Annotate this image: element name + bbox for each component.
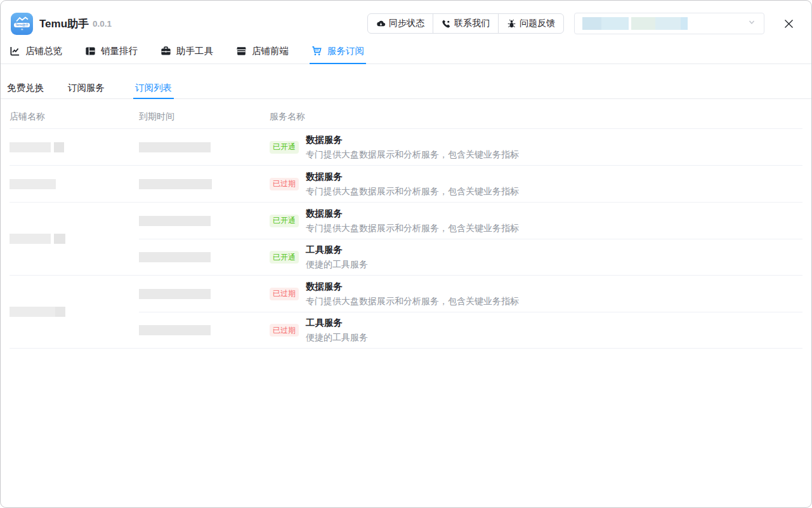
- close-icon: [783, 18, 794, 29]
- redacted-store-name: [54, 234, 65, 244]
- contact-us-button[interactable]: 联系我们: [433, 13, 499, 34]
- tab-label: 服务订阅: [327, 45, 364, 57]
- column-header-store-name: 店铺名称: [10, 111, 139, 123]
- status-badge: 已过期: [270, 324, 299, 337]
- service-row: 已开通 数据服务 专门提供大盘数据展示和分析服务，包含关键业务指标: [139, 203, 802, 239]
- redacted-expiry-time: [139, 216, 211, 226]
- store-selector-value-redacted-5: [681, 17, 688, 30]
- service-name: 工具服务: [306, 243, 368, 257]
- tab-label: 店铺总览: [25, 45, 62, 57]
- redacted-expiry-time: [139, 289, 211, 299]
- table-row-group: 已开通 数据服务 专门提供大盘数据展示和分析服务，包含关键业务指标 已开通 工具…: [10, 203, 802, 276]
- service-row: 已过期 数据服务 专门提供大盘数据展示和分析服务，包含关键业务指标: [139, 166, 802, 202]
- redacted-store-name: [10, 179, 56, 189]
- service-name: 数据服务: [306, 279, 519, 294]
- status-badge: 已过期: [270, 178, 299, 190]
- subtab-label: 订阅服务: [68, 82, 105, 94]
- expiry-time-cell: [139, 252, 270, 262]
- status-badge: 已开通: [270, 251, 299, 264]
- sync-status-button[interactable]: 同步状态: [367, 13, 433, 34]
- bug-feedback-icon: [507, 19, 516, 29]
- service-description: 专门提供大盘数据展示和分析服务，包含关键业务指标: [306, 221, 519, 236]
- table-row-group: 已过期 数据服务 专门提供大盘数据展示和分析服务，包含关键业务指标: [10, 166, 802, 203]
- service-name: 数据服务: [306, 170, 519, 184]
- service-row: 已开通 数据服务 专门提供大盘数据展示和分析服务，包含关键业务指标: [139, 129, 802, 165]
- tab-assistant-tools[interactable]: 助手工具: [160, 39, 213, 64]
- store-selector-value-redacted-2: [601, 17, 629, 30]
- store-name-cell: [10, 166, 139, 202]
- logo-star-icon: ✳: [20, 28, 23, 30]
- chevron-down-icon: [747, 18, 756, 29]
- expiry-time-cell: [139, 289, 270, 299]
- header-actions: 同步状态 联系我们 问题反馈: [367, 13, 564, 34]
- redacted-store-name: [10, 234, 51, 244]
- service-name: 数据服务: [306, 206, 519, 221]
- service-name: 数据服务: [306, 133, 519, 147]
- toolbox-icon: [160, 46, 171, 57]
- store-name-cell: [10, 276, 139, 348]
- status-badge: 已过期: [270, 288, 299, 300]
- logo-chart-icon: [16, 17, 29, 22]
- tab-label: 店铺前端: [252, 45, 289, 57]
- service-description: 专门提供大盘数据展示和分析服务，包含关键业务指标: [306, 294, 519, 309]
- feedback-button[interactable]: 问题反馈: [498, 13, 564, 34]
- store-selector-value-redacted-4: [655, 17, 681, 30]
- tab-label: 销量排行: [101, 45, 138, 57]
- storefront-icon: [236, 46, 247, 57]
- subtab-label: 免费兑换: [7, 82, 44, 94]
- sub-tabs: 免费兑换 订阅服务 订阅列表: [1, 64, 811, 99]
- sync-status-label: 同步状态: [389, 18, 424, 29]
- subscription-table: 店铺名称 到期时间 服务名称 已开通 数据服务 专门提供大盘数据展示和分析服务，…: [10, 99, 802, 349]
- close-button[interactable]: [781, 16, 796, 31]
- line-chart-icon: [10, 46, 20, 57]
- tab-store-overview[interactable]: 店铺总览: [10, 39, 62, 64]
- status-badge: 已开通: [270, 215, 299, 227]
- tab-sales-ranking[interactable]: 销量排行: [85, 39, 138, 64]
- tab-service-subscription[interactable]: 服务订阅: [311, 39, 364, 64]
- service-row: 已过期 数据服务 专门提供大盘数据展示和分析服务，包含关键业务指标: [139, 276, 802, 312]
- app-title: Temu助手: [39, 17, 89, 31]
- subtab-subscription-list[interactable]: 订阅列表: [133, 77, 174, 98]
- store-name-cell: [10, 129, 139, 165]
- expiry-time-cell: [139, 216, 270, 226]
- main-tabs: 店铺总览 销量排行 助手工具 店铺前端 服务订阅: [1, 39, 811, 64]
- redacted-expiry-time: [139, 179, 212, 189]
- redacted-store-name: [10, 142, 51, 152]
- service-cell: 已过期 数据服务 专门提供大盘数据展示和分析服务，包含关键业务指标: [270, 170, 802, 199]
- header: Temu助手 ✳ Temu助手 0.0.1 同步状态 联系我们 问题反馈: [1, 1, 811, 39]
- service-cell: 已开通 工具服务 便捷的工具服务: [270, 243, 802, 272]
- redacted-expiry-time: [139, 142, 211, 152]
- store-selector-value-redacted-3: [631, 17, 655, 30]
- service-cell: 已过期 数据服务 专门提供大盘数据展示和分析服务，包含关键业务指标: [270, 279, 802, 309]
- redacted-store-name: [10, 307, 55, 317]
- subtab-free-exchange[interactable]: 免费兑换: [5, 77, 46, 98]
- tab-label: 助手工具: [176, 45, 213, 57]
- redacted-store-name: [54, 142, 64, 152]
- expiry-time-cell: [139, 142, 270, 152]
- redacted-expiry-time: [139, 325, 211, 335]
- service-name: 工具服务: [306, 316, 368, 330]
- service-description: 便捷的工具服务: [306, 330, 368, 345]
- subtab-subscribe-service[interactable]: 订阅服务: [66, 77, 107, 98]
- app-logo: Temu助手 ✳: [11, 13, 33, 35]
- contact-phone-icon: [442, 19, 451, 29]
- subtab-label: 订阅列表: [135, 82, 172, 94]
- cart-icon: [311, 46, 322, 57]
- store-selector-value-redacted: [582, 17, 601, 30]
- store-selector[interactable]: [574, 13, 764, 34]
- table-row-group: 已开通 数据服务 专门提供大盘数据展示和分析服务，包含关键业务指标: [10, 129, 802, 166]
- tab-store-frontend[interactable]: 店铺前端: [236, 39, 289, 64]
- service-cell: 已开通 数据服务 专门提供大盘数据展示和分析服务，包含关键业务指标: [270, 133, 802, 162]
- app-window: Temu助手 ✳ Temu助手 0.0.1 同步状态 联系我们 问题反馈: [0, 0, 812, 508]
- app-version: 0.0.1: [93, 19, 112, 29]
- ranking-table-icon: [85, 46, 96, 57]
- service-cell: 已过期 工具服务 便捷的工具服务: [270, 316, 802, 345]
- service-description: 专门提供大盘数据展示和分析服务，包含关键业务指标: [306, 184, 519, 199]
- table-row-group: 已过期 数据服务 专门提供大盘数据展示和分析服务，包含关键业务指标 已过期 工具…: [10, 276, 802, 349]
- contact-us-label: 联系我们: [454, 18, 490, 29]
- logo-wordmark: Temu助手: [14, 23, 29, 27]
- expiry-time-cell: [139, 179, 270, 189]
- service-row: 已开通 工具服务 便捷的工具服务: [139, 239, 802, 275]
- service-cell: 已开通 数据服务 专门提供大盘数据展示和分析服务，包含关键业务指标: [270, 206, 802, 236]
- store-name-cell: [10, 203, 139, 275]
